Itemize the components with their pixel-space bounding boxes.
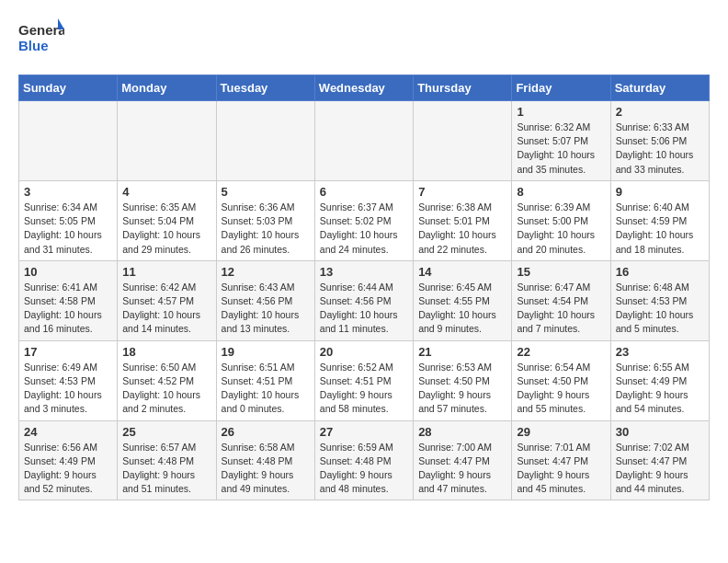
day-info: Sunrise: 6:40 AMSunset: 4:59 PMDaylight:… [616, 201, 704, 257]
day-info: Sunrise: 6:51 AMSunset: 4:51 PMDaylight:… [222, 361, 310, 417]
day-number: 16 [616, 265, 704, 279]
svg-text:General: General [18, 22, 64, 38]
day-number: 29 [517, 425, 605, 439]
day-number: 30 [616, 425, 704, 439]
day-info: Sunrise: 6:34 AMSunset: 5:05 PMDaylight:… [24, 201, 112, 257]
day-number: 26 [222, 425, 310, 439]
day-info: Sunrise: 6:32 AMSunset: 5:07 PMDaylight:… [517, 121, 605, 177]
day-number: 20 [320, 345, 408, 359]
calendar-week-row: 17Sunrise: 6:49 AMSunset: 4:53 PMDayligh… [19, 340, 710, 420]
day-number: 12 [222, 265, 310, 279]
day-info: Sunrise: 6:50 AMSunset: 4:52 PMDaylight:… [122, 361, 210, 417]
day-number: 4 [122, 185, 210, 199]
day-info: Sunrise: 6:33 AMSunset: 5:06 PMDaylight:… [616, 121, 704, 177]
calendar-cell: 17Sunrise: 6:49 AMSunset: 4:53 PMDayligh… [19, 340, 118, 420]
calendar-cell: 14Sunrise: 6:45 AMSunset: 4:55 PMDayligh… [414, 260, 512, 340]
day-number: 23 [616, 345, 704, 359]
calendar-cell: 10Sunrise: 6:41 AMSunset: 4:58 PMDayligh… [19, 260, 118, 340]
day-info: Sunrise: 6:47 AMSunset: 4:54 PMDaylight:… [517, 281, 605, 337]
calendar-cell: 1Sunrise: 6:32 AMSunset: 5:07 PMDaylight… [512, 101, 610, 181]
calendar-cell: 20Sunrise: 6:52 AMSunset: 4:51 PMDayligh… [314, 340, 413, 420]
calendar-cell: 12Sunrise: 6:43 AMSunset: 4:56 PMDayligh… [216, 260, 314, 340]
calendar-cell: 11Sunrise: 6:42 AMSunset: 4:57 PMDayligh… [118, 260, 216, 340]
day-number: 8 [517, 185, 605, 199]
day-info: Sunrise: 6:42 AMSunset: 4:57 PMDaylight:… [122, 281, 210, 337]
calendar-week-row: 3Sunrise: 6:34 AMSunset: 5:05 PMDaylight… [19, 180, 710, 260]
day-number: 27 [320, 425, 408, 439]
calendar-cell: 30Sunrise: 7:02 AMSunset: 4:47 PMDayligh… [610, 420, 709, 500]
day-number: 14 [418, 265, 506, 279]
day-number: 24 [24, 425, 112, 439]
day-number: 9 [616, 185, 704, 199]
calendar-cell: 28Sunrise: 7:00 AMSunset: 4:47 PMDayligh… [414, 420, 512, 500]
weekday-header-saturday: Saturday [610, 75, 709, 101]
day-info: Sunrise: 6:45 AMSunset: 4:55 PMDaylight:… [418, 281, 506, 337]
calendar-cell: 6Sunrise: 6:37 AMSunset: 5:02 PMDaylight… [314, 180, 413, 260]
day-number: 1 [517, 105, 605, 119]
day-number: 19 [222, 345, 310, 359]
svg-text:Blue: Blue [18, 38, 49, 53]
calendar-week-row: 10Sunrise: 6:41 AMSunset: 4:58 PMDayligh… [19, 260, 710, 340]
calendar-cell: 26Sunrise: 6:58 AMSunset: 4:48 PMDayligh… [216, 420, 314, 500]
day-number: 6 [320, 185, 408, 199]
calendar-cell: 9Sunrise: 6:40 AMSunset: 4:59 PMDaylight… [610, 180, 709, 260]
day-info: Sunrise: 6:58 AMSunset: 4:48 PMDaylight:… [222, 441, 310, 497]
calendar-cell: 3Sunrise: 6:34 AMSunset: 5:05 PMDaylight… [19, 180, 118, 260]
calendar-cell [118, 101, 216, 181]
calendar-cell: 18Sunrise: 6:50 AMSunset: 4:52 PMDayligh… [118, 340, 216, 420]
weekday-header-wednesday: Wednesday [314, 75, 413, 101]
calendar-cell: 29Sunrise: 7:01 AMSunset: 4:47 PMDayligh… [512, 420, 610, 500]
calendar-cell [216, 101, 314, 181]
day-number: 13 [320, 265, 408, 279]
day-info: Sunrise: 6:55 AMSunset: 4:49 PMDaylight:… [616, 361, 704, 417]
day-info: Sunrise: 6:43 AMSunset: 4:56 PMDaylight:… [222, 281, 310, 337]
day-number: 18 [122, 345, 210, 359]
day-number: 2 [616, 105, 704, 119]
day-info: Sunrise: 6:59 AMSunset: 4:48 PMDaylight:… [320, 441, 408, 497]
weekday-header-monday: Monday [118, 75, 216, 101]
day-info: Sunrise: 6:52 AMSunset: 4:51 PMDaylight:… [320, 361, 408, 417]
day-info: Sunrise: 7:02 AMSunset: 4:47 PMDaylight:… [616, 441, 704, 497]
day-number: 11 [122, 265, 210, 279]
day-info: Sunrise: 6:54 AMSunset: 4:50 PMDaylight:… [517, 361, 605, 417]
calendar-cell [19, 101, 118, 181]
calendar-cell: 27Sunrise: 6:59 AMSunset: 4:48 PMDayligh… [314, 420, 413, 500]
calendar-cell: 25Sunrise: 6:57 AMSunset: 4:48 PMDayligh… [118, 420, 216, 500]
calendar-cell: 24Sunrise: 6:56 AMSunset: 4:49 PMDayligh… [19, 420, 118, 500]
weekday-header-row: SundayMondayTuesdayWednesdayThursdayFrid… [19, 75, 710, 101]
day-number: 15 [517, 265, 605, 279]
calendar-cell: 8Sunrise: 6:39 AMSunset: 5:00 PMDaylight… [512, 180, 610, 260]
day-info: Sunrise: 7:01 AMSunset: 4:47 PMDaylight:… [517, 441, 605, 497]
day-info: Sunrise: 6:41 AMSunset: 4:58 PMDaylight:… [24, 281, 112, 337]
day-info: Sunrise: 6:49 AMSunset: 4:53 PMDaylight:… [24, 361, 112, 417]
calendar-cell: 15Sunrise: 6:47 AMSunset: 4:54 PMDayligh… [512, 260, 610, 340]
day-info: Sunrise: 6:35 AMSunset: 5:04 PMDaylight:… [122, 201, 210, 257]
calendar-cell: 4Sunrise: 6:35 AMSunset: 5:04 PMDaylight… [118, 180, 216, 260]
day-info: Sunrise: 6:39 AMSunset: 5:00 PMDaylight:… [517, 201, 605, 257]
day-info: Sunrise: 6:44 AMSunset: 4:56 PMDaylight:… [320, 281, 408, 337]
day-number: 28 [418, 425, 506, 439]
day-number: 10 [24, 265, 112, 279]
calendar-cell [314, 101, 413, 181]
day-info: Sunrise: 6:37 AMSunset: 5:02 PMDaylight:… [320, 201, 408, 257]
day-info: Sunrise: 6:53 AMSunset: 4:50 PMDaylight:… [418, 361, 506, 417]
day-number: 5 [222, 185, 310, 199]
day-number: 25 [122, 425, 210, 439]
calendar-cell: 7Sunrise: 6:38 AMSunset: 5:01 PMDaylight… [414, 180, 512, 260]
logo: General Blue [18, 18, 64, 60]
calendar-cell: 5Sunrise: 6:36 AMSunset: 5:03 PMDaylight… [216, 180, 314, 260]
logo-svg: General Blue [18, 18, 64, 60]
calendar-cell: 22Sunrise: 6:54 AMSunset: 4:50 PMDayligh… [512, 340, 610, 420]
weekday-header-thursday: Thursday [414, 75, 512, 101]
calendar-cell: 16Sunrise: 6:48 AMSunset: 4:53 PMDayligh… [610, 260, 709, 340]
weekday-header-friday: Friday [512, 75, 610, 101]
day-info: Sunrise: 6:36 AMSunset: 5:03 PMDaylight:… [222, 201, 310, 257]
day-number: 21 [418, 345, 506, 359]
calendar-cell [414, 101, 512, 181]
day-number: 7 [418, 185, 506, 199]
calendar-cell: 13Sunrise: 6:44 AMSunset: 4:56 PMDayligh… [314, 260, 413, 340]
day-info: Sunrise: 6:57 AMSunset: 4:48 PMDaylight:… [122, 441, 210, 497]
calendar-cell: 19Sunrise: 6:51 AMSunset: 4:51 PMDayligh… [216, 340, 314, 420]
day-number: 17 [24, 345, 112, 359]
calendar-week-row: 1Sunrise: 6:32 AMSunset: 5:07 PMDaylight… [19, 101, 710, 181]
